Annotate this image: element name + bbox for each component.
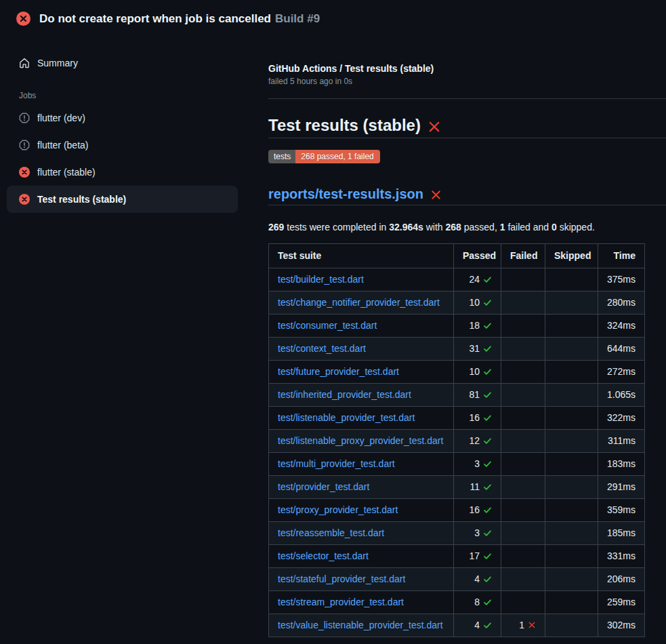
test-suite-link[interactable]: test/reassemble_test.dart: [278, 527, 384, 538]
tests-badge-label: tests: [268, 150, 295, 163]
suite-cell: test/builder_test.dart: [269, 268, 454, 291]
skipped-cell: [545, 268, 598, 291]
skipped-cell: [545, 430, 598, 453]
sidebar-item-label: Test results (stable): [37, 194, 126, 205]
suite-cell: test/reassemble_test.dart: [269, 522, 454, 545]
passed-cell: 31: [454, 338, 501, 361]
check-icon: [483, 414, 492, 422]
test-suite-link[interactable]: test/change_notifier_provider_test.dart: [278, 297, 440, 308]
table-row: test/context_test.dart31644ms: [269, 338, 645, 361]
sidebar-item-flutter-stable[interactable]: flutter (stable): [7, 159, 238, 186]
test-suite-link[interactable]: test/consumer_test.dart: [278, 320, 377, 331]
check-icon: [483, 390, 492, 399]
test-suite-link[interactable]: test/future_provider_test.dart: [278, 366, 399, 377]
suite-cell: test/inherited_provider_test.dart: [269, 384, 454, 407]
suite-cell: test/proxy_provider_test.dart: [269, 499, 454, 522]
tests-badge: tests 268 passed, 1 failed: [268, 150, 380, 163]
test-suite-link[interactable]: test/listenable_proxy_provider_test.dart: [278, 435, 443, 446]
test-suite-link[interactable]: test/stateful_provider_test.dart: [278, 573, 405, 584]
column-header-skipped: Skipped: [545, 244, 598, 268]
test-suite-link[interactable]: test/selector_test.dart: [278, 550, 369, 561]
suite-cell: test/future_provider_test.dart: [269, 361, 454, 384]
time-cell: 1.065s: [598, 384, 645, 407]
skipped-cell: [545, 614, 598, 637]
skipped-cell: [545, 499, 598, 522]
passed-cell: 3: [454, 522, 501, 545]
cross-icon: [528, 621, 536, 629]
failed-cell: [501, 361, 545, 384]
report-file-link[interactable]: reports/test-results.json: [268, 187, 423, 201]
failed-cell: [501, 430, 545, 453]
passed-cell: 10: [454, 291, 501, 315]
sidebar-item-label: flutter (beta): [37, 140, 88, 150]
passed-cell: 8: [454, 591, 501, 614]
table-row: test/change_notifier_provider_test.dart1…: [269, 291, 645, 315]
check-icon: [483, 275, 492, 284]
test-suite-link[interactable]: test/inherited_provider_test.dart: [278, 389, 411, 400]
test-suite-link[interactable]: test/provider_test.dart: [278, 481, 369, 492]
tests-badge-value: 268 passed, 1 failed: [295, 150, 379, 163]
table-row: test/listenable_provider_test.dart16322m…: [269, 407, 645, 430]
failed-cell: [501, 591, 545, 614]
check-icon: [483, 575, 492, 584]
table-row: test/future_provider_test.dart10272ms: [269, 361, 645, 384]
table-row: test/selector_test.dart17331ms: [269, 545, 645, 568]
app-header: Do not create report when job is cancell…: [0, 0, 666, 37]
table-row: test/stream_provider_test.dart8259ms: [269, 591, 645, 614]
test-suite-link[interactable]: test/multi_provider_test.dart: [278, 458, 395, 469]
cancelled-status-icon: [19, 113, 30, 123]
passed-cell: 3: [454, 453, 501, 476]
failed-cell: [501, 384, 545, 407]
failed-cross-icon: [430, 189, 442, 201]
failed-cell: [501, 291, 545, 315]
skipped-cell: [545, 291, 598, 315]
time-cell: 259ms: [598, 591, 645, 614]
suite-cell: test/stateful_provider_test.dart: [269, 568, 454, 591]
check-icon: [483, 298, 492, 307]
section-title: Test results (stable): [268, 117, 666, 138]
breadcrumb: GitHub Actions / Test results (stable): [268, 63, 666, 74]
sidebar-item-flutter-dev[interactable]: flutter (dev): [7, 104, 238, 132]
suite-cell: test/change_notifier_provider_test.dart: [269, 291, 454, 315]
test-suite-link[interactable]: test/stream_provider_test.dart: [278, 597, 404, 607]
passed-cell: 18: [454, 315, 501, 338]
failed-cell: [501, 268, 545, 291]
summary-line: 269 tests were completed in 32.964s with…: [268, 222, 666, 233]
table-row: test/builder_test.dart24375ms: [269, 268, 645, 291]
test-suite-link[interactable]: test/listenable_provider_test.dart: [278, 412, 415, 423]
time-cell: 375ms: [598, 268, 645, 291]
test-suite-link[interactable]: test/context_test.dart: [278, 343, 366, 354]
summary-segment: with: [423, 222, 446, 233]
time-cell: 324ms: [598, 315, 645, 338]
check-icon: [483, 529, 492, 538]
skipped-cell: [545, 361, 598, 384]
summary-segment: 269: [268, 222, 284, 233]
failed-cell: [501, 568, 545, 591]
failed-cell: [501, 315, 545, 338]
time-cell: 185ms: [598, 522, 645, 545]
skipped-cell: [545, 338, 598, 361]
summary-segment: 1: [500, 222, 505, 233]
table-row: test/listenable_proxy_provider_test.dart…: [269, 430, 645, 453]
failed-cell: [501, 499, 545, 522]
failed-cell: 1: [501, 614, 545, 637]
sidebar-item-flutter-beta[interactable]: flutter (beta): [7, 132, 238, 159]
skipped-cell: [545, 568, 598, 591]
table-row: test/proxy_provider_test.dart16359ms: [269, 499, 645, 522]
time-cell: 206ms: [598, 568, 645, 591]
test-suite-link[interactable]: test/builder_test.dart: [278, 274, 364, 285]
test-suite-link[interactable]: test/proxy_provider_test.dart: [278, 504, 398, 515]
check-icon: [483, 437, 492, 445]
main-content: GitHub Actions / Test results (stable) f…: [262, 37, 666, 637]
passed-cell: 4: [454, 568, 501, 591]
sidebar-item-test-results-stable[interactable]: Test results (stable): [7, 186, 238, 213]
column-header-passed: Passed: [454, 244, 501, 268]
failed-status-icon: [19, 167, 30, 178]
test-suite-link[interactable]: test/value_listenable_provider_test.dart: [278, 620, 443, 630]
page-title: Do not create report when job is cancell…: [39, 12, 271, 25]
summary-segment: tests were completed in: [284, 222, 389, 233]
check-icon: [483, 598, 492, 607]
skipped-cell: [545, 315, 598, 338]
summary-segment: passed,: [461, 222, 500, 233]
sidebar-item-summary[interactable]: Summary: [7, 49, 238, 77]
